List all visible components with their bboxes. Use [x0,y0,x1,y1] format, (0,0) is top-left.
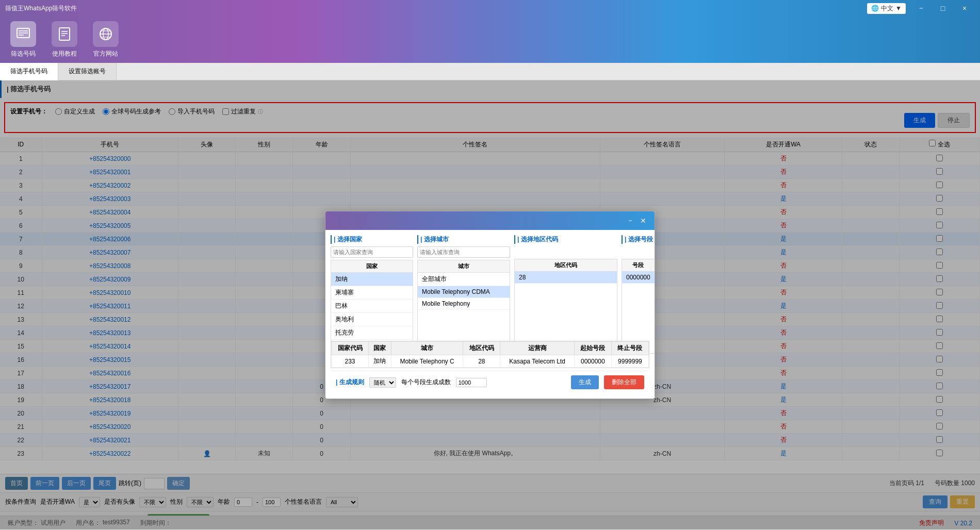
toolbar: 筛选号码 使用教程 官方网站 [0,16,980,63]
col-country-code: 国家代码 [332,342,369,355]
modal-country-section: | 选择国家 国家 加纳 柬埔寨 巴林 奥地利 托克劳 土耳其 [331,235,413,354]
city-item-all[interactable]: 全部城市 [418,273,510,286]
count-gen-input[interactable] [456,378,487,387]
country-item-austria[interactable]: 奥地利 [331,313,413,326]
minimize-button[interactable]: － [911,0,932,16]
modal-bottom-panel: 国家代码 国家 城市 地区代码 运营商 起始号段 终止号段 233 加纳 M [331,341,649,368]
modal-country-header: | 选择国家 [331,235,413,244]
modal-body: | 选择国家 国家 加纳 柬埔寨 巴林 奥地利 托克劳 土耳其 [325,230,655,399]
svg-rect-4 [59,28,70,40]
rule-select[interactable]: 随机 顺序 [369,377,396,388]
rule-label: | 生成规则 [336,378,364,387]
modal-footer: | 生成规则 随机 顺序 每个号段生成成数 生成 删除全部 [331,371,649,393]
col-country-name: 国家 [369,342,391,355]
count-gen-label: 每个号段生成成数 [401,378,451,387]
lang-button[interactable]: 🌐 中文 ▼ [867,3,906,14]
col-city-name: 城市 [391,342,463,355]
modal-close-button[interactable]: ✕ [638,216,648,226]
modal-table-row: 233 加纳 Mobile Telephony C 28 Kasapa Tele… [332,355,649,368]
city-search-input[interactable] [417,246,510,258]
col-start-seg: 起始号段 [574,342,611,355]
window-controls: － □ × [911,0,975,16]
app-title: 筛值王WhatsApp筛号软件 [5,4,77,13]
city-col-header: 城市 [417,260,510,272]
country-item-cambodia[interactable]: 柬埔寨 [331,286,413,300]
city-item-mobile[interactable]: Mobile Telephony [418,298,510,310]
modal-city-header: | 选择城市 [417,235,510,244]
modal-dialog: － ✕ | 选择国家 国家 加纳 柬埔寨 巴林 [325,211,655,399]
tab-screen-phone[interactable]: 筛选手机号码 [0,63,58,80]
close-button[interactable]: × [954,0,975,16]
modal-header: － ✕ [325,211,655,230]
website-label: 官方网站 [93,49,118,58]
modal-segment-section: | 选择号段 号段 0000000 [622,235,655,354]
modal-controls: － ✕ [625,216,648,226]
screen-icon [10,21,36,47]
country-item-tokelau[interactable]: 托克劳 [331,326,413,340]
tutorial-label: 使用教程 [52,49,77,58]
modal-top-panels: | 选择国家 国家 加纳 柬埔寨 巴林 奥地利 托克劳 土耳其 [331,235,649,338]
titlebar: 筛值王WhatsApp筛号软件 🌐 中文 ▼ － □ × [0,0,980,16]
col-operator: 运营商 [500,342,575,355]
modal-city-section: | 选择城市 城市 全部城市 Mobile Telephony CDMA Mob… [417,235,510,354]
lang-selector[interactable]: 🌐 中文 ▼ [867,3,906,14]
country-item-bahrain[interactable]: 巴林 [331,300,413,313]
modal-table-body: 233 加纳 Mobile Telephony C 28 Kasapa Tele… [332,355,649,368]
toolbar-screen-button[interactable]: 筛选号码 [10,21,36,58]
toolbar-website-button[interactable]: 官方网站 [93,21,119,58]
col-area-code: 地区代码 [463,342,500,355]
modal-generate-button[interactable]: 生成 [571,375,599,389]
modal-delete-button[interactable]: 删除全部 [604,375,644,389]
modal-area-header: | 选择地区代码 [514,235,617,244]
country-search-input[interactable] [331,246,413,258]
modal-segment-header: | 选择号段 [622,235,655,244]
tab-set-screen[interactable]: 设置筛选账号 [58,63,117,80]
city-item-cdma[interactable]: Mobile Telephony CDMA [418,286,510,298]
main-area: | 筛选手机号码 设置手机号： 自定义生成 全球号码生成参考 导入手机号码 过滤… [0,80,980,529]
website-icon [93,21,119,47]
modal-area-section: | 选择地区代码 地区代码 28 [514,235,617,354]
modal-bottom-table: 国家代码 国家 城市 地区代码 运营商 起始号段 终止号段 233 加纳 M [331,341,649,368]
maximize-button[interactable]: □ [933,0,953,16]
country-item-ghana[interactable]: 加纳 [331,273,413,286]
col-end-seg: 终止号段 [611,342,648,355]
country-col-header: 国家 [331,260,413,272]
area-col-header: 地区代码 [514,259,617,271]
segment-col-header: 号段 [622,259,655,271]
modal-overlay[interactable]: － ✕ | 选择国家 国家 加纳 柬埔寨 巴林 [0,80,980,529]
screen-label: 筛选号码 [11,49,36,58]
segment-item[interactable]: 0000000 [622,272,655,284]
toolbar-tutorial-button[interactable]: 使用教程 [52,21,77,58]
area-item-28[interactable]: 28 [515,272,617,284]
modal-minimize-button[interactable]: － [625,216,635,226]
tutorial-icon [52,21,77,47]
tab-bar: 筛选手机号码 设置筛选账号 [0,63,980,80]
